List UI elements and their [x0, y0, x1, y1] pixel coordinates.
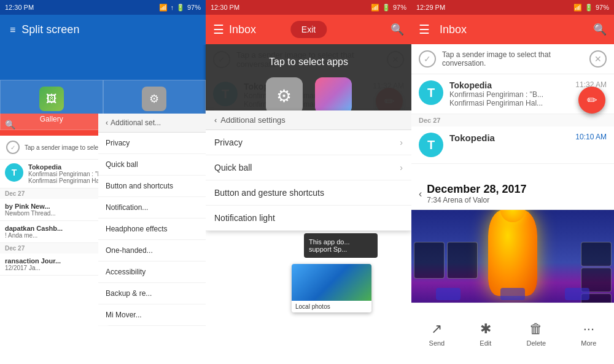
middle-battery-pct: 97%	[393, 4, 406, 11]
right-email-time-2: 10:10 AM	[575, 133, 607, 141]
gallery-app-item[interactable]: 🖼 Gallery	[0, 80, 103, 130]
middle-menu-icon[interactable]: ☰	[213, 22, 224, 37]
app-warning-text: This app do... support Sp...	[309, 238, 350, 253]
avatar-t-mini-1: T	[5, 163, 23, 182]
right-x-circle: ✕	[589, 50, 607, 68]
right-date-divider: Dec 27	[411, 114, 614, 126]
local-photos-card[interactable]: Local photos	[292, 264, 371, 312]
right-search-icon[interactable]: 🔍	[593, 23, 607, 36]
check-circle-mini: ✓	[6, 141, 20, 154]
bottom-action-bar: ↗ Send ✱ Edit 🗑 Delete ··· More	[411, 303, 614, 364]
right-panel: 12:29 PM 📶 🔋 97% ☰ Inbox 🔍 ✓ Tap a sende…	[411, 0, 614, 364]
settings-item-notification[interactable]: Notification...	[98, 197, 206, 219]
game-bottom-icon-1	[436, 288, 460, 300]
exit-button[interactable]: Exit	[290, 21, 327, 38]
date-bar-date: December 28, 2017	[427, 183, 526, 196]
middle-battery-icon: 🔋	[382, 4, 391, 12]
right-tip-bar: ✓ Tap a sender image to select that conv…	[411, 44, 614, 74]
right-battery-icon: 🔋	[585, 4, 593, 12]
right-time: 12:29 PM	[416, 4, 445, 11]
settings-item-mimover[interactable]: Mi Mover...	[98, 304, 206, 326]
settings-item-button-shortcuts[interactable]: Button and shortcuts	[98, 176, 206, 197]
settings-back-label: Additional set...	[111, 118, 161, 127]
tap-overlay-title: Tap to select apps	[269, 56, 348, 68]
middle-search-icon[interactable]: 🔍	[391, 23, 404, 36]
settings-dropdown-header[interactable]: ‹ Additional settings	[206, 110, 411, 130]
right-email-subject-1b: Konfirmasi Pengiriman Hal...	[449, 99, 572, 107]
back-chevron-icon: ‹	[106, 118, 108, 127]
right-wifi-icon: 📶	[573, 4, 582, 12]
dropdown-header-label: Additional settings	[220, 115, 286, 125]
game-bottom-icon-2	[500, 288, 525, 300]
right-email-row-2[interactable]: T 10:10 AM Tokopedia	[411, 126, 614, 164]
middle-status-icons: 📶 🔋 97%	[371, 4, 406, 12]
edit-button[interactable]: ✱ Edit	[480, 321, 491, 347]
right-avatar-1: T	[419, 80, 443, 105]
right-fab-edit-1[interactable]: ✏	[578, 87, 605, 114]
dropdown-button-shortcuts[interactable]: Button and gesture shortcuts	[206, 180, 411, 206]
send-button[interactable]: ↗ Send	[429, 321, 445, 347]
close-split-button[interactable]: ✕	[90, 325, 117, 352]
dropdown-back-icon: ‹	[214, 115, 217, 125]
right-check-circle: ✓	[419, 50, 436, 68]
right-email-row-1[interactable]: T 11:32 AM Tokopedia Konfirmasi Pengirim…	[411, 74, 614, 114]
game-card-1	[414, 242, 445, 279]
dropdown-button-shortcuts-label: Button and gesture shortcuts	[214, 188, 324, 198]
right-inbox-title: Inbox	[440, 23, 588, 36]
more-icon: ···	[583, 321, 594, 337]
middle-status-bar: 12:30 PM 📶 🔋 97%	[206, 0, 411, 15]
dropdown-privacy-label: Privacy	[214, 137, 243, 147]
settings-dropdown: ‹ Additional settings Privacy › Quick ba…	[206, 110, 411, 231]
right-tip-text: Tap a sender image to select that conver…	[442, 50, 583, 68]
game-bottom-icon-3	[565, 288, 589, 300]
edit-label: Edit	[480, 339, 491, 347]
settings-item-quickball[interactable]: Quick ball	[98, 154, 206, 176]
middle-time: 12:30 PM	[211, 4, 239, 11]
more-button[interactable]: ··· More	[581, 321, 596, 347]
date-chevron-icon: ‹	[419, 188, 422, 199]
dropdown-chevron-2: ›	[400, 163, 403, 172]
battery-icon: 🔋	[176, 4, 185, 12]
middle-wifi-icon: 📶	[371, 4, 379, 12]
delete-icon: 🗑	[529, 321, 543, 337]
split-screen-header: ≡ Split screen	[0, 15, 206, 45]
send-label: Send	[429, 339, 445, 347]
dropdown-privacy[interactable]: Privacy ›	[206, 130, 411, 155]
right-status-bar: 12:29 PM 📶 🔋 97%	[411, 0, 614, 15]
signal-icon: ↑	[170, 4, 174, 11]
dropdown-chevron-1: ›	[400, 137, 403, 147]
game-area	[411, 203, 614, 303]
settings-item-onehanded[interactable]: One-handed...	[98, 240, 206, 261]
date-bar: ‹ December 28, 2017 7:34 Arena of Valor	[411, 178, 614, 210]
wifi-icon: 📶	[159, 4, 168, 12]
settings-icon: ⚙	[142, 87, 166, 111]
right-email-subject-1a: Konfirmasi Pengiriman : "B...	[449, 90, 572, 99]
dropdown-quickball-label: Quick ball	[214, 163, 252, 172]
dropdown-notification[interactable]: Notification light	[206, 206, 411, 231]
delete-label: Delete	[526, 339, 546, 347]
left-panel: 12:30 PM 📶 ↑ 🔋 97% ≡ Split screen 🖼 Gall…	[0, 0, 206, 364]
settings-item-accessibility[interactable]: Accessibility	[98, 261, 206, 283]
settings-back-bar[interactable]: ‹ Additional set...	[98, 114, 206, 133]
right-email-content-2: 10:10 AM Tokopedia	[449, 133, 607, 143]
settings-item-privacy[interactable]: Privacy	[98, 133, 206, 154]
delete-button[interactable]: 🗑 Delete	[526, 321, 546, 347]
edit-icon: ✱	[480, 321, 491, 337]
right-menu-icon[interactable]: ☰	[419, 22, 430, 37]
battery-pct: 97%	[187, 4, 201, 11]
settings-overlay-left: ‹ Additional set... Privacy Quick ball B…	[98, 114, 206, 364]
local-photos-image	[292, 264, 371, 301]
right-avatar-2: T	[419, 133, 443, 157]
dropdown-quickball[interactable]: Quick ball ›	[206, 155, 411, 180]
game-side-card-1	[581, 242, 612, 266]
right-battery-pct: 97%	[596, 4, 609, 11]
game-bottom-icons	[411, 288, 614, 300]
middle-email-toolbar: ☰ Inbox Exit 🔍	[206, 15, 411, 44]
tap-wallpaper-icon	[315, 77, 352, 114]
settings-item-headphone[interactable]: Headphone effects	[98, 219, 206, 240]
right-email-content: ✓ Tap a sender image to select that conv…	[411, 44, 614, 179]
game-character	[488, 210, 537, 296]
settings-item-backup[interactable]: Backup & re...	[98, 283, 206, 304]
menu-icon: ≡	[10, 25, 15, 36]
local-photos-label: Local photos	[292, 301, 371, 312]
